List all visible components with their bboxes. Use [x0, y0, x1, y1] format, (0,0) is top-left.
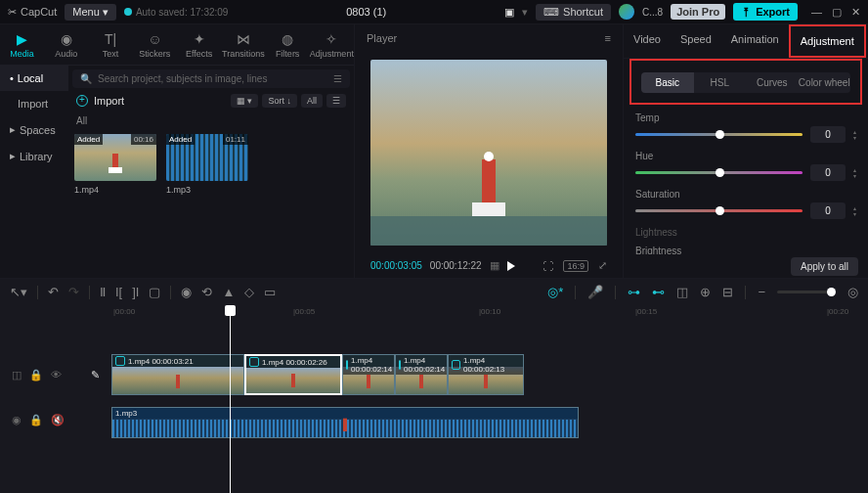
mirror-icon[interactable]: ▲	[222, 285, 235, 299]
mute-icon[interactable]: 🔇	[51, 414, 65, 426]
player-menu-icon[interactable]: ≡	[605, 32, 611, 44]
filter-icon[interactable]: ☰	[333, 73, 342, 84]
snap-icon[interactable]: ◫	[676, 285, 688, 299]
lock-icon[interactable]: 🔒	[29, 414, 43, 426]
trim-right-icon[interactable]: ]I	[132, 285, 139, 299]
chevron-down-icon[interactable]: ▾	[522, 6, 528, 19]
timeline-clip[interactable]: 1.mp4 00:00:02:14	[342, 354, 395, 395]
preview-axis-icon[interactable]: ⊕	[700, 285, 711, 299]
media-thumb[interactable]: Added01:11 1.mp3	[166, 134, 248, 195]
delete-icon[interactable]: ▢	[149, 285, 160, 299]
tab-adjustment-right[interactable]: Adjustment	[791, 26, 864, 56]
current-time: 00:00:03:05	[370, 260, 422, 271]
total-time: 00:00:12:22	[430, 260, 482, 271]
undo-icon[interactable]: ↶	[48, 285, 59, 299]
view-grid-button[interactable]: ▦ ▾	[231, 94, 259, 108]
tab-speed[interactable]: Speed	[671, 24, 721, 58]
sidebar-item-local[interactable]: • Local	[0, 66, 68, 91]
record-icon[interactable]: ◉	[181, 285, 192, 299]
player-viewport[interactable]	[370, 60, 607, 246]
tab-effects[interactable]: ✦Effects	[177, 24, 221, 65]
shortcut-button[interactable]: ⌨Shortcut	[536, 4, 611, 21]
apply-to-all-button[interactable]: Apply to all	[791, 257, 858, 276]
menu-button[interactable]: Menu ▾	[65, 4, 116, 21]
media-thumb[interactable]: Added00:16 1.mp4	[74, 134, 156, 195]
redo-icon[interactable]: ↷	[68, 285, 79, 299]
visibility-icon[interactable]: 👁	[51, 369, 62, 381]
subtab-basic[interactable]: Basic	[641, 72, 694, 93]
layout-icon[interactable]: ▣	[504, 6, 514, 19]
playhead[interactable]	[230, 305, 231, 493]
tab-text[interactable]: T|Text	[89, 24, 133, 65]
slider-saturation[interactable]	[635, 209, 803, 212]
pencil-icon[interactable]: ✎	[91, 369, 100, 381]
lock-icon[interactable]: 🔒	[29, 369, 43, 381]
audio-icon: ◉	[61, 31, 72, 47]
import-button[interactable]: Import	[76, 95, 124, 107]
track-toggle-icon[interactable]: ◉	[12, 414, 22, 426]
tab-animation[interactable]: Animation	[721, 24, 789, 58]
rotate-icon[interactable]: ◇	[244, 285, 254, 299]
value-saturation[interactable]: 0	[810, 202, 846, 219]
search-icon: 🔍	[80, 73, 92, 84]
split-icon[interactable]: Ⅱ	[100, 285, 106, 299]
tab-audio[interactable]: ◉Audio	[44, 24, 88, 65]
adjustment-icon: ✧	[326, 31, 337, 47]
minimize-icon[interactable]: —	[811, 6, 822, 19]
tab-media[interactable]: ▶Media	[0, 24, 44, 65]
tab-video[interactable]: Video	[624, 24, 671, 58]
value-hue[interactable]: 0	[810, 164, 846, 181]
grid-icon[interactable]: ▦	[490, 259, 499, 272]
avatar[interactable]	[619, 4, 634, 20]
filter-all-button[interactable]: All	[301, 94, 323, 108]
tab-transitions[interactable]: ⋈Transitions	[221, 24, 265, 65]
zoom-slider[interactable]	[777, 291, 836, 293]
tab-adjustment[interactable]: ✧Adjustment	[310, 24, 354, 65]
timeline-clip[interactable]: 1.mp4 00:00:02:13	[448, 354, 524, 395]
timeline-audio-clip[interactable]: 1.mp3	[111, 407, 579, 438]
sidebar-item-spaces[interactable]: ▸ Spaces	[0, 116, 68, 143]
maximize-icon[interactable]: ▢	[832, 6, 842, 19]
sidebar-item-import[interactable]: Import	[0, 91, 68, 116]
tab-filters[interactable]: ◍Filters	[266, 24, 310, 65]
close-icon[interactable]: ✕	[851, 6, 860, 19]
sidebar-item-library[interactable]: ▸ Library	[0, 143, 68, 169]
app-logo: ✂CapCut	[8, 6, 57, 19]
subtab-curves[interactable]: Curves	[746, 72, 799, 93]
trim-left-icon[interactable]: I[	[115, 285, 122, 299]
magnet-icon[interactable]: ⊶	[628, 285, 640, 299]
autosave-status: Auto saved: 17:32:09	[124, 7, 229, 18]
reverse-icon[interactable]: ⟲	[201, 285, 212, 299]
fullscreen-icon[interactable]: ⤢	[598, 259, 607, 272]
filter-button[interactable]: ☰	[326, 94, 346, 108]
search-input[interactable]: 🔍 Search project, subjects in image, lin…	[72, 69, 350, 88]
time-ruler[interactable]: |00:00 |00:05 |00:10 |00:15 |00:20	[108, 305, 868, 323]
media-icon: ▶	[17, 31, 27, 47]
sort-button[interactable]: Sort ↓	[262, 94, 297, 108]
crop-icon[interactable]: ▭	[264, 285, 276, 299]
link-icon[interactable]: ⊷	[652, 285, 665, 299]
timeline-clip[interactable]: 1.mp4 00:00:02:26	[244, 354, 342, 395]
timeline-clip[interactable]: 1.mp4 00:00:03:21	[111, 354, 244, 395]
scale-icon[interactable]: ⛶	[542, 260, 553, 272]
zoom-out-icon[interactable]: −	[758, 285, 765, 299]
mic-icon[interactable]: 🎤	[587, 285, 603, 299]
subtab-hsl[interactable]: HSL	[694, 72, 747, 93]
subtab-colorwheel[interactable]: Color wheel	[799, 72, 851, 93]
zoom-fit-icon[interactable]: ◎	[847, 285, 858, 299]
cover-icon[interactable]: ◎*	[547, 285, 563, 299]
aspect-ratio[interactable]: 16:9	[563, 260, 588, 272]
tab-stickers[interactable]: ☺Stickers	[133, 24, 177, 65]
value-temp[interactable]: 0	[810, 126, 846, 143]
slider-temp[interactable]	[635, 133, 803, 136]
player-title: Player	[367, 32, 397, 44]
join-pro-button[interactable]: Join Pro	[671, 4, 725, 20]
timeline-clip[interactable]: 1.mp4 00:00:02:14	[395, 354, 448, 395]
transitions-icon: ⋈	[237, 31, 250, 47]
collapse-icon[interactable]: ⊟	[722, 285, 733, 299]
slider-hue[interactable]	[635, 171, 803, 174]
track-toggle-icon[interactable]: ◫	[12, 369, 22, 381]
export-button[interactable]: ⭱Export	[733, 3, 798, 21]
play-button[interactable]	[507, 261, 515, 271]
pointer-tool-icon[interactable]: ↖▾	[10, 285, 27, 299]
